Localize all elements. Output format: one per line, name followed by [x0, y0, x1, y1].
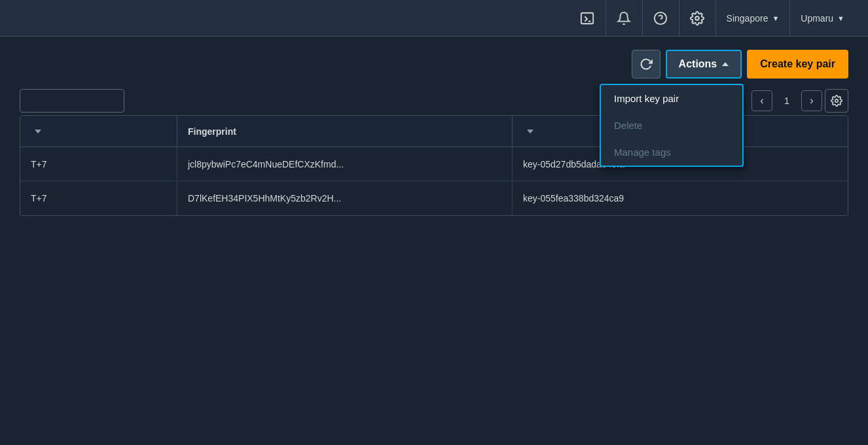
user-chevron-icon: ▼	[837, 14, 844, 22]
refresh-button[interactable]	[632, 50, 660, 79]
svg-point-5	[835, 99, 839, 103]
main-content: Actions Create key pair Import key pair …	[0, 37, 868, 229]
create-key-pair-button[interactable]: Create key pair	[747, 50, 848, 79]
help-icon-btn[interactable]	[643, 0, 679, 37]
top-navigation: Singapore ▼ Upmaru ▼	[0, 0, 868, 37]
manage-tags-item[interactable]: Manage tags	[601, 139, 742, 166]
help-icon	[653, 11, 668, 26]
col-id-sort-icon	[527, 130, 533, 134]
actions-label: Actions	[679, 58, 717, 70]
cell-name-1: T+7	[20, 147, 177, 181]
page-number: 1	[775, 90, 799, 111]
actions-button[interactable]: Actions	[666, 50, 742, 79]
region-selector[interactable]: Singapore ▼	[716, 0, 791, 37]
column-settings-icon	[831, 95, 842, 107]
delete-item[interactable]: Delete	[601, 112, 742, 139]
toolbar: Actions Create key pair Import key pair …	[20, 50, 848, 79]
cell-id-2: key-055fea338bd324ca9	[513, 181, 848, 215]
actions-caret-up-icon	[722, 62, 729, 66]
terminal-icon-btn[interactable]	[570, 0, 606, 37]
nav-icon-group: Singapore ▼ Upmaru ▼	[570, 0, 855, 37]
bell-icon	[617, 11, 631, 26]
chevron-left-icon	[760, 95, 763, 107]
region-chevron-icon: ▼	[772, 14, 779, 22]
actions-dropdown: Import key pair Delete Manage tags	[600, 84, 744, 167]
chevron-right-icon	[810, 95, 813, 107]
col-fingerprint-label: Fingerprint	[188, 126, 236, 137]
create-label: Create key pair	[760, 58, 835, 70]
col-sort-icon	[35, 130, 41, 134]
cell-fingerprint-2: D7lKefEH34PIX5HhMtKy5zb2Rv2H...	[177, 181, 513, 215]
col-header-name	[20, 116, 177, 147]
column-settings-button[interactable]	[825, 89, 848, 113]
region-label: Singapore	[727, 13, 769, 24]
bell-icon-btn[interactable]	[606, 0, 643, 37]
terminal-icon	[580, 11, 594, 26]
user-menu[interactable]: Upmaru ▼	[790, 0, 855, 37]
col-header-fingerprint: Fingerprint	[177, 116, 513, 147]
filter-input[interactable]	[20, 89, 124, 113]
next-page-button[interactable]	[801, 90, 822, 111]
import-key-pair-item[interactable]: Import key pair	[601, 85, 742, 112]
table-row[interactable]: T+7 D7lKefEH34PIX5HhMtKy5zb2Rv2H... key-…	[20, 181, 848, 215]
svg-point-4	[695, 16, 699, 20]
cell-name-2: T+7	[20, 181, 177, 215]
gear-icon	[690, 11, 704, 26]
pagination: 1	[751, 89, 848, 113]
cell-fingerprint-1: jcl8pybwiPc7eC4mNueDEfCXzKfmd...	[177, 147, 513, 181]
prev-page-button[interactable]	[751, 90, 772, 111]
user-label: Upmaru	[801, 13, 833, 24]
refresh-icon	[640, 58, 653, 71]
gear-icon-btn[interactable]	[679, 0, 716, 37]
